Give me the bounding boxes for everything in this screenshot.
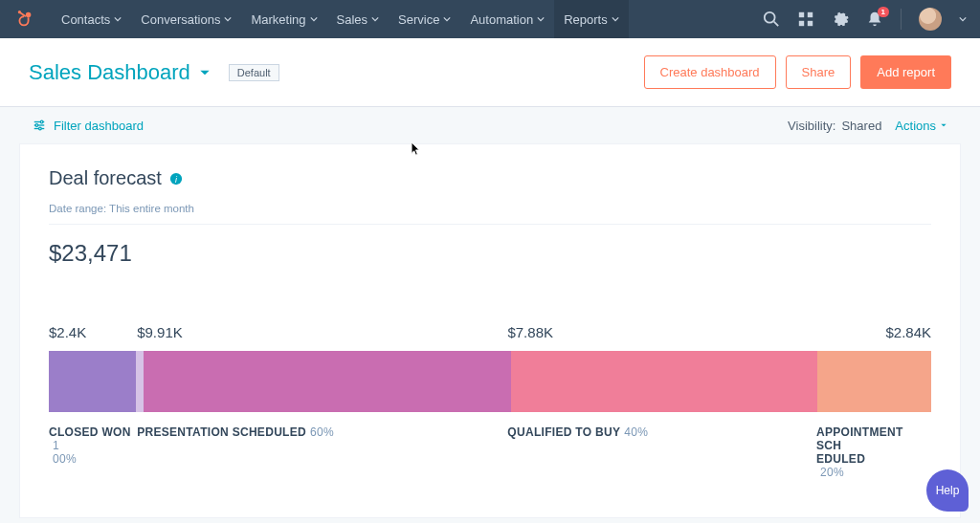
forecast-legend-item: CLOSED WON 100%: [49, 425, 137, 479]
nav-label: Sales: [337, 12, 368, 27]
forecast-segment[interactable]: [817, 351, 931, 412]
svg-rect-5: [799, 12, 804, 17]
chevron-down-icon: [310, 15, 318, 23]
forecast-legend-item: QUALIFIED TO BUY40%: [507, 425, 816, 479]
filter-icon: [33, 119, 46, 132]
chevron-down-icon: [371, 15, 379, 23]
help-label: Help: [936, 484, 960, 497]
top-nav: Contacts Conversations Marketing Sales S…: [0, 0, 980, 38]
search-icon[interactable]: [763, 11, 780, 28]
forecast-legend-item: PRESENTATION SCHEDULED60%: [137, 425, 507, 479]
legend-percent-line2: 00%: [53, 452, 77, 466]
forecast-value-label: $2.84K: [885, 324, 931, 340]
nav-menu: Contacts Conversations Marketing Sales S…: [52, 0, 629, 38]
nav-service[interactable]: Service: [389, 0, 460, 38]
dashboard-title-dropdown[interactable]: Sales Dashboard: [29, 60, 212, 85]
forecast-value-label: $9.91K: [137, 324, 183, 340]
filter-dashboard-link[interactable]: Filter dashboard: [33, 119, 144, 133]
marketplace-icon[interactable]: [797, 11, 814, 28]
svg-line-4: [774, 22, 779, 27]
nav-sales[interactable]: Sales: [327, 0, 390, 38]
visibility-value: Shared: [841, 119, 881, 133]
forecast-value-label: $2.4K: [49, 324, 86, 340]
hubspot-logo-icon[interactable]: [13, 9, 34, 30]
chevron-down-icon: [443, 15, 451, 23]
chevron-down-icon: [612, 15, 619, 23]
add-report-button[interactable]: Add report: [860, 55, 951, 89]
user-avatar[interactable]: [919, 8, 942, 31]
nav-label: Conversations: [141, 12, 220, 27]
nav-contacts[interactable]: Contacts: [52, 0, 131, 38]
nav-label: Reports: [564, 12, 608, 27]
forecast-value-label: $7.88K: [507, 324, 553, 340]
forecast-segment[interactable]: [511, 351, 817, 412]
nav-automation[interactable]: Automation: [460, 0, 554, 38]
date-range-label: Date range:: [49, 203, 106, 214]
caret-down-icon: [940, 121, 947, 129]
nav-conversations[interactable]: Conversations: [131, 0, 241, 38]
nav-right: 1: [763, 8, 967, 31]
help-button[interactable]: Help: [926, 469, 969, 512]
actions-dropdown[interactable]: Actions: [895, 119, 947, 133]
notification-bell-icon[interactable]: 1: [866, 11, 883, 28]
svg-point-13: [35, 124, 38, 127]
forecast-total: $23,471: [49, 240, 931, 267]
caret-down-icon: [198, 66, 212, 79]
svg-rect-7: [799, 21, 804, 26]
forecast-chart: $2.4K$9.91K$7.88K$2.84K CLOSED WON 100%P…: [49, 324, 931, 479]
actions-label: Actions: [895, 119, 936, 133]
dashboard-header: Sales Dashboard Default Create dashboard…: [0, 38, 980, 107]
gear-icon[interactable]: [832, 11, 849, 28]
svg-rect-8: [808, 21, 813, 26]
nav-reports[interactable]: Reports: [554, 0, 629, 38]
toolbar-right: Visibility: Shared Actions: [788, 119, 947, 133]
info-icon[interactable]: i: [169, 172, 183, 185]
deal-forecast-card: Deal forecast i Date range: This entire …: [19, 143, 961, 518]
share-button[interactable]: Share: [786, 55, 852, 89]
legend-stage: PRESENTATION SCHEDULED: [137, 425, 306, 439]
nav-label: Marketing: [251, 12, 305, 27]
svg-point-14: [39, 127, 42, 130]
legend-percent: 40%: [624, 425, 648, 439]
notification-badge: 1: [878, 7, 889, 17]
svg-point-0: [26, 12, 32, 18]
forecast-segment[interactable]: [144, 351, 511, 412]
forecast-value-labels: $2.4K$9.91K$7.88K$2.84K: [49, 324, 931, 345]
create-dashboard-button[interactable]: Create dashboard: [644, 55, 776, 89]
legend-stage: APPOINTMENT SCHEDULED: [816, 425, 903, 466]
visibility-label: Visibility:: [788, 119, 835, 133]
chevron-down-icon[interactable]: [959, 15, 967, 23]
date-range-value: This entire month: [109, 203, 194, 214]
forecast-bar: [49, 351, 931, 412]
card-title: Deal forecast: [49, 167, 162, 189]
dashboard-title: Sales Dashboard: [29, 60, 190, 85]
nav-label: Contacts: [61, 12, 110, 27]
date-range: Date range: This entire month: [49, 203, 931, 225]
chevron-down-icon: [537, 15, 545, 23]
legend-stage: CLOSED WON: [49, 425, 131, 439]
chevron-down-icon: [114, 15, 122, 23]
chevron-down-icon: [224, 15, 232, 23]
divider: [901, 9, 902, 30]
legend-percent: 1: [53, 439, 59, 452]
filter-label: Filter dashboard: [54, 119, 144, 133]
forecast-legend: CLOSED WON 100%PRESENTATION SCHEDULED60%…: [49, 425, 931, 479]
nav-label: Automation: [470, 12, 533, 27]
forecast-legend-item: APPOINTMENT SCHEDULED20%: [816, 425, 931, 479]
card-title-row: Deal forecast i: [49, 167, 931, 189]
default-tag: Default: [229, 64, 279, 81]
legend-stage: QUALIFIED TO BUY: [507, 425, 620, 439]
segment-separator: [136, 351, 144, 412]
forecast-segment[interactable]: [49, 351, 136, 412]
dashboard-toolbar: Filter dashboard Visibility: Shared Acti…: [0, 107, 980, 143]
svg-point-12: [40, 120, 43, 123]
nav-marketing[interactable]: Marketing: [241, 0, 326, 38]
svg-point-3: [765, 12, 775, 23]
legend-percent: 20%: [820, 466, 844, 479]
svg-rect-6: [808, 12, 813, 17]
legend-percent: 60%: [310, 425, 334, 439]
nav-label: Service: [398, 12, 439, 27]
header-actions: Create dashboard Share Add report: [644, 55, 951, 89]
mouse-cursor-icon: [411, 142, 421, 157]
